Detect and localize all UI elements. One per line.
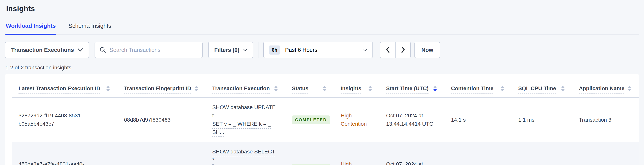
column-header-contention-time[interactable]: Contention Time (444, 74, 512, 98)
tab-label: Workload Insights (6, 23, 56, 29)
cell-latest-execution-id: 452da3e7-e7fa-4801-aa40-c59988d14eb6 (18, 161, 84, 165)
sort-desc-triangle (323, 89, 326, 91)
sort-asc-triangle (274, 86, 278, 88)
sort-desc-triangle (368, 89, 372, 91)
toolbar-divider (258, 42, 258, 58)
sort-icon[interactable] (628, 86, 631, 91)
column-header-transaction-fingerprint-id[interactable]: Transaction Fingerprint ID (118, 74, 206, 98)
column-header-label: Contention Time (451, 85, 494, 92)
chevron-down-icon (363, 49, 367, 51)
sort-asc-triangle (561, 86, 565, 88)
sort-asc-triangle (500, 86, 504, 88)
time-step-buttons (380, 42, 411, 58)
column-header-label: Insights (341, 85, 361, 92)
sort-icon[interactable] (323, 86, 326, 91)
column-header-label: Start Time (UTC) (386, 85, 428, 92)
column-header-transaction-execution[interactable]: Transaction Execution (206, 74, 286, 98)
sort-desc-triangle (274, 89, 278, 91)
cell-latest-execution-id: 328729d2-ff19-4408-8531-b05a5b4e43c7 (18, 113, 82, 127)
sort-icon[interactable] (106, 86, 110, 91)
results-count: 1-2 of 2 transaction insights (5, 65, 639, 71)
sort-desc-triangle (500, 89, 504, 91)
cell-fingerprint-id: 08d8b7d97f830463 (124, 117, 170, 123)
transaction-insights-table: Latest Transaction Execution IDTransacti… (12, 74, 639, 165)
sort-asc-triangle (368, 86, 372, 88)
filters-button[interactable]: Filters (0) (208, 42, 254, 58)
sort-asc-triangle (323, 86, 326, 88)
now-button[interactable]: Now (414, 42, 440, 58)
execution-type-label: Transaction Executions (11, 47, 74, 53)
tab-workload-insights[interactable]: Workload Insights (6, 23, 56, 35)
column-header-application-name[interactable]: Application Name (572, 74, 639, 98)
chevron-right-icon (401, 47, 405, 54)
status-badge: COMPLETED (292, 115, 330, 124)
time-prev-button[interactable] (380, 42, 395, 58)
column-header-label: Latest Transaction Execution ID (18, 85, 100, 92)
time-range-picker[interactable]: 6h Past 6 Hours (263, 42, 373, 58)
column-header-label: Transaction Fingerprint ID (124, 85, 191, 92)
sort-asc-triangle (433, 86, 437, 88)
cell-sql-cpu-time: 1.1 ms (518, 117, 534, 123)
search-input-wrapper (94, 42, 202, 58)
execution-type-dropdown[interactable]: Transaction Executions (5, 42, 89, 58)
sort-desc-triangle (628, 89, 631, 91)
table-header-row: Latest Transaction Execution IDTransacti… (12, 74, 639, 98)
table-row: 452da3e7-e7fa-4801-aa40-c59988d14eb6480a… (12, 142, 639, 165)
page-title: Insights (6, 5, 639, 13)
column-header-label: SQL CPU Time (518, 85, 556, 92)
sort-asc-triangle (106, 86, 110, 88)
cell-start-time: Oct 07, 2024 at 13:44:14.4414 UTC (386, 113, 433, 127)
sort-desc-triangle (106, 89, 110, 91)
chevron-left-icon (386, 47, 390, 54)
sort-icon[interactable] (500, 86, 504, 91)
sort-asc-triangle (628, 86, 631, 88)
tab-bar: Workload Insights Schema Insights (5, 23, 639, 35)
column-header-insights[interactable]: Insights (334, 74, 380, 98)
column-header-label: Status (292, 85, 308, 92)
cell-application-name: Transaction 3 (579, 117, 612, 123)
insight-link[interactable]: High Contention (341, 113, 367, 127)
sort-icon[interactable] (368, 86, 372, 91)
sort-desc-triangle (561, 89, 565, 91)
insight-link[interactable]: High Contention (341, 161, 367, 165)
time-range-badge: 6h (269, 46, 280, 55)
insights-table-card: Latest Transaction Execution IDTransacti… (5, 74, 639, 165)
tab-label: Schema Insights (68, 23, 111, 29)
status-badge: COMPLETED (292, 164, 330, 165)
sort-icon[interactable] (194, 86, 198, 91)
table-row: 328729d2-ff19-4408-8531-b05a5b4e43c708d8… (12, 98, 639, 142)
search-icon (100, 47, 106, 53)
column-header-label: Transaction Execution (212, 85, 270, 92)
insights-page: Insights Workload Insights Schema Insigh… (0, 5, 644, 165)
cell-start-time: Oct 07, 2024 at 13:44:07.447 UTC (386, 161, 430, 165)
column-header-status[interactable]: Status (286, 74, 334, 98)
sort-desc-triangle (433, 89, 437, 91)
sort-asc-triangle (194, 86, 198, 88)
sort-desc-triangle (194, 89, 198, 91)
search-input[interactable] (110, 47, 198, 53)
transaction-execution-link[interactable]: SHOW database SELECT * FROM t WHERE k = … (212, 149, 275, 165)
filters-label: Filters (0) (214, 47, 240, 53)
time-range-label: Past 6 Hours (285, 47, 318, 53)
tab-schema-insights[interactable]: Schema Insights (68, 23, 111, 35)
column-header-sql-cpu-time[interactable]: SQL CPU Time (512, 74, 572, 98)
chevron-down-icon (78, 48, 83, 52)
column-header-latest-transaction-execution-id[interactable]: Latest Transaction Execution ID (12, 74, 118, 98)
column-header-start-time-utc[interactable]: Start Time (UTC) (380, 74, 444, 98)
cell-contention-time: 14.1 s (451, 117, 466, 123)
sort-icon[interactable] (274, 86, 278, 91)
chevron-down-icon (243, 49, 247, 51)
transaction-execution-link[interactable]: SHOW database UPDATE t SET v = _ WHERE k… (212, 104, 276, 135)
column-header-label: Application Name (579, 85, 624, 92)
sort-icon[interactable] (433, 86, 437, 91)
time-next-button[interactable] (395, 42, 410, 58)
toolbar: Transaction Executions Filters (0) 6h Pa… (5, 42, 639, 58)
sort-icon[interactable] (561, 86, 565, 91)
